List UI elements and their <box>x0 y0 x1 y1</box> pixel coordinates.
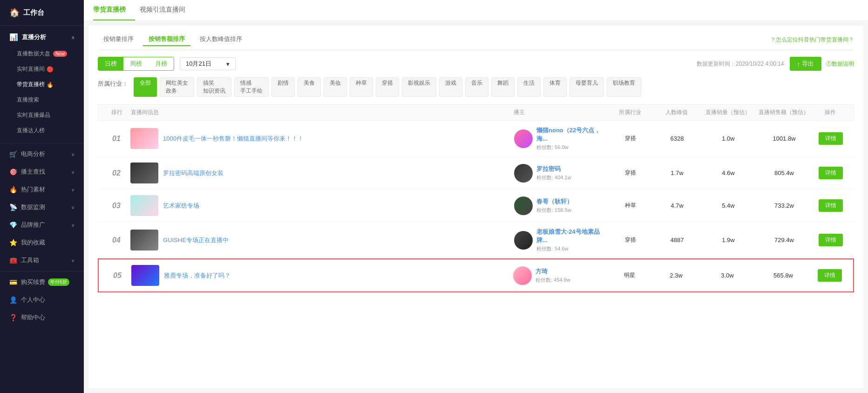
industry-tag-meizhuang[interactable]: 美妆 <box>324 77 347 97</box>
content-area: 按销量排序 按销售额排序 按人数峰值排序 ？怎么定位抖音热门带货直播间？ 日榜 … <box>88 26 863 388</box>
sidebar-item-data-monitor[interactable]: 📡 数据监测 ∨ <box>0 198 84 216</box>
stream-thumb-2 <box>130 163 158 183</box>
industry-5: 明星 <box>606 271 653 279</box>
table-row-highlighted: 05 雅鹿专场，准备好了吗？ 方琦 粉丝数: 454.9w 明星 2.3w 3.… <box>98 258 854 292</box>
action-2: 详情 <box>812 167 849 179</box>
sales-amount-5: 565.8w <box>755 272 811 279</box>
live-hot-label: 实时直播爆品 <box>17 111 50 119</box>
detail-btn-2[interactable]: 详情 <box>819 167 843 179</box>
industry-filter: 所属行业： 全部 网红美女政务 搞笑知识资讯 情感手工手绘 剧情 美食 美妆 种… <box>98 77 854 97</box>
sales-amount-3: 733.2w <box>756 202 812 209</box>
table-row: 04 GUISHE专场正在直播中 老板娘雪大-24号地素品牌... 粉丝数: 5… <box>98 222 854 258</box>
btn-daily[interactable]: 日榜 <box>98 57 123 70</box>
detail-btn-5[interactable]: 详情 <box>818 269 842 282</box>
sort-tab-sales-amount[interactable]: 按销售额排序 <box>143 33 190 46</box>
stream-title-1[interactable]: 1000件皮毛一体一秒售磐！懒猫直播间等你来！！！ <box>163 135 304 143</box>
sort-tab-sales-count[interactable]: 按销量排序 <box>98 33 139 46</box>
industry-tag-juqing[interactable]: 剧情 <box>271 77 295 97</box>
streamer-name-1[interactable]: 懒猫nono（22号六点，海... <box>536 126 607 143</box>
industry-label: 所属行业： <box>98 77 128 90</box>
industry-tag-yingshi[interactable]: 影视娱乐 <box>402 77 436 97</box>
industry-tag-tiyu[interactable]: 体育 <box>543 77 567 97</box>
industry-tag-chuanda[interactable]: 穿搭 <box>376 77 399 97</box>
stream-title-3[interactable]: 艺术家纺专场 <box>163 202 199 210</box>
sidebar-item-live-rank[interactable]: 带货直播榜 🔥 <box>0 77 84 92</box>
industry-tag-youxi[interactable]: 游戏 <box>439 77 462 97</box>
stream-title-2[interactable]: 罗拉密码高端原创女装 <box>163 169 224 177</box>
purchase-label: 购买续费 <box>21 278 45 286</box>
sidebar-item-live-hot[interactable]: 实时直播爆品 <box>0 108 84 123</box>
tab-live-goods[interactable]: 带货直播榜 <box>93 0 135 20</box>
btn-weekly[interactable]: 周榜 <box>123 57 149 70</box>
industry-tag-yinyue[interactable]: 音乐 <box>465 77 488 97</box>
industry-tag-gaoxiao[interactable]: 搞笑知识资讯 <box>197 77 231 97</box>
detail-btn-3[interactable]: 详情 <box>819 199 843 212</box>
industry-tag-zhichang[interactable]: 职场教育 <box>607 77 641 97</box>
industry-tag-qinggan[interactable]: 情感手工手绘 <box>234 77 269 97</box>
help-link[interactable]: ？怎么定位抖音热门带货直播间？ <box>770 36 854 44</box>
tab-video-live[interactable]: 视频引流直播间 <box>140 0 195 20</box>
industry-tag-wudao[interactable]: 舞蹈 <box>491 77 515 97</box>
avatar-5 <box>513 266 532 285</box>
sidebar-item-purchase[interactable]: 💳 购买续费 年付6折 <box>0 273 84 291</box>
sidebar-item-live-search[interactable]: 直播搜索 <box>0 92 84 108</box>
sidebar-item-toolbox[interactable]: 🧰 工具箱 ∨ <box>0 251 84 269</box>
sidebar-item-creator[interactable]: 🎯 播主查找 ∨ <box>0 163 84 181</box>
stream-title-5[interactable]: 雅鹿专场，准备好了吗？ <box>164 271 231 280</box>
sales-5: 3.0w <box>699 272 755 279</box>
table-row: 01 1000件皮毛一体一秒售磐！懒猫直播间等你来！！！ 懒猫nono（22号六… <box>98 121 854 157</box>
streamer-name-5[interactable]: 方琦 <box>536 267 570 276</box>
detail-btn-4[interactable]: 详情 <box>819 234 843 246</box>
sidebar-item-ecommerce[interactable]: 🛒 电商分析 ∨ <box>0 145 84 163</box>
rank-3: 03 <box>102 202 130 210</box>
sidebar-logo-label: 工作台 <box>23 8 44 17</box>
divider-2 <box>0 271 84 271</box>
sidebar-section-live: 📊 直播分析 ∧ 直播数据大盘 New 实时直播间 🔴 带货直播榜 🔥 直播搜索… <box>0 26 84 141</box>
sidebar-item-live-dashboard[interactable]: 直播数据大盘 New <box>0 46 84 61</box>
industry-tag-shenghuo[interactable]: 生活 <box>517 77 541 97</box>
sidebar-item-hot-material[interactable]: 🔥 热门素材 ∨ <box>0 181 84 198</box>
flame-icon: 🔥 <box>9 186 17 193</box>
sidebar-item-profile[interactable]: 👤 个人中心 <box>0 291 84 309</box>
data-description-link[interactable]: ①数据说明 <box>826 60 854 68</box>
industry-tag-muying[interactable]: 母婴育儿 <box>570 77 604 97</box>
sort-tabs: 按销量排序 按销售额排序 按人数峰值排序 ？怎么定位抖音热门带货直播间？ <box>98 33 854 50</box>
sales-4: 1.9w <box>700 237 756 244</box>
arrow-down-icon-5: ∨ <box>71 223 75 228</box>
sidebar-item-live-talent[interactable]: 直播达人榜 <box>0 123 84 138</box>
streamer-name-3[interactable]: 春哥（耿轩） <box>536 197 573 206</box>
sidebar-item-help[interactable]: ❓ 帮助中心 <box>0 309 84 326</box>
streamer-name-4[interactable]: 老板娘雪大-24号地素品牌... <box>536 228 607 244</box>
main-content: 带货直播榜 视频引流直播间 按销量排序 按销售额排序 按人数峰值排序 ？怎么定位… <box>84 0 868 393</box>
detail-btn-1[interactable]: 详情 <box>819 132 843 145</box>
question-icon: ❓ <box>9 314 17 321</box>
btn-monthly[interactable]: 月榜 <box>149 57 174 70</box>
industry-tag-meishi[interactable]: 美食 <box>298 77 321 97</box>
upload-icon: ↑ <box>797 61 800 68</box>
sidebar-logo[interactable]: 🏠 工作台 <box>0 0 84 26</box>
streamer-name-2[interactable]: 罗拉密码 <box>536 165 571 173</box>
sidebar-item-brand[interactable]: 💎 品牌推广 ∨ <box>0 216 84 234</box>
sort-tab-peak-viewers[interactable]: 按人数峰值排序 <box>194 33 248 46</box>
avatar-4 <box>514 231 533 250</box>
industry-tag-zhongcao[interactable]: 种草 <box>350 77 373 97</box>
sidebar-item-favorites[interactable]: ⭐ 我的收藏 <box>0 234 84 251</box>
sidebar-section-header-live[interactable]: 📊 直播分析 ∧ <box>0 28 84 46</box>
table: 排行 直播间信息 播主 所属行业 人数峰值 直播销量（预估） 直播销售额（预估）… <box>98 104 854 292</box>
streamer-details-1: 懒猫nono（22号六点，海... 粉丝数: 56.0w <box>536 126 607 151</box>
card-icon: 💳 <box>9 278 17 286</box>
new-badge: New <box>53 51 67 57</box>
toolbox-icon: 🧰 <box>9 257 17 264</box>
peak-4: 4887 <box>654 237 700 244</box>
export-button[interactable]: ↑ 导出 <box>790 57 822 71</box>
live-search-label: 直播搜索 <box>17 96 39 104</box>
time-btn-group: 日榜 周榜 月榜 <box>98 57 174 71</box>
date-selector[interactable]: 10月21日 ▾ <box>180 57 236 70</box>
sidebar: 🏠 工作台 📊 直播分析 ∧ 直播数据大盘 New 实时直播间 🔴 带货直播榜 … <box>0 0 84 393</box>
peak-3: 4.7w <box>654 202 700 209</box>
stream-title-4[interactable]: GUISHE专场正在直播中 <box>163 236 229 244</box>
sidebar-item-realtime-live[interactable]: 实时直播间 🔴 <box>0 61 84 77</box>
help-label: 帮助中心 <box>21 313 45 322</box>
industry-tag-all[interactable]: 全部 <box>134 77 157 97</box>
industry-tag-wanghong[interactable]: 网红美女政务 <box>160 77 194 97</box>
